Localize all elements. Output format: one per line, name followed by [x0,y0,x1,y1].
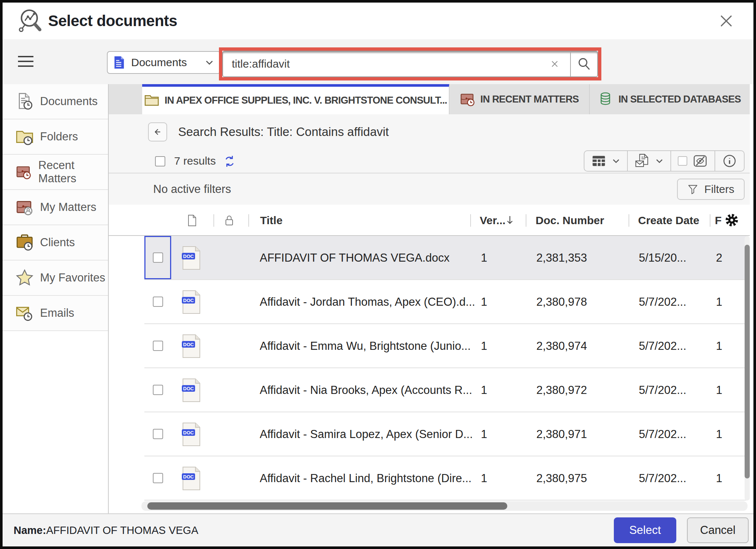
back-button[interactable] [148,122,167,141]
email-document-button[interactable] [627,151,670,171]
column-doc-number[interactable]: Doc. Number [536,205,604,236]
row-title: Affidavit - Rachel Lind, Brightstone (Di… [260,456,472,500]
row-doc-number: 2,381,353 [536,236,587,280]
row-checkbox[interactable] [153,385,163,395]
tab-in-recent-matters[interactable]: IN RECENT MATTERS [449,84,590,114]
vertical-scrollbar[interactable] [745,236,750,500]
folder-clock-icon [16,128,33,146]
horizontal-scrollbar[interactable] [141,501,748,511]
dialog-title: Select documents [48,3,177,39]
search-annotation-highlight: title:affidavit [219,47,601,80]
column-create-date[interactable]: Create Date [638,205,699,236]
table-row[interactable]: DOC Affidavit - Jordan Thomas, Apex (CEO… [144,280,748,324]
menu-hamburger-icon[interactable] [17,55,34,68]
row-checkbox[interactable] [153,473,163,483]
cancel-button[interactable]: Cancel [687,517,749,543]
search-scope-dropdown[interactable]: Documents [107,51,221,74]
preview-checkbox[interactable] [678,156,687,166]
row-title: Affidavit - Nia Brooks, Apex (Accounts R… [260,368,472,412]
table-view-icon [591,153,606,169]
sidebar-item-documents[interactable]: Documents [3,84,108,119]
row-create-date: 5/7/202... [639,368,686,412]
row-create-date: 5/15/20... [639,236,686,280]
filter-status: No active filters [153,173,231,205]
dialog-header: Select documents [3,3,753,39]
results-header: Search Results: Title: Contains affidavi… [109,114,750,149]
results-count: 7 results [174,149,216,173]
search-submit-button[interactable] [570,51,597,76]
sidebar-item-recent-matters[interactable]: Recent Matters [3,155,108,190]
preview-toggle-group[interactable] [670,151,714,171]
doc-file-icon: DOC [182,378,201,402]
selected-name: Name:AFFIDAVIT OF THOMAS VEGA [14,514,198,546]
clear-search-icon[interactable] [549,58,561,70]
filters-row: No active filters Filters [109,173,750,205]
select-documents-dialog: Select documents Documents title:affidav… [0,0,756,549]
sort-descending-icon[interactable] [505,215,515,225]
doc-file-icon: DOC [182,466,201,491]
table-row[interactable]: DOC Affidavit - Nia Brooks, Apex (Accoun… [144,368,748,412]
filters-button[interactable]: Filters [677,179,745,200]
row-create-date: 5/7/202... [639,412,686,456]
row-overflow-value: 2 [716,236,722,280]
briefcase-clock-icon [16,234,33,251]
sidebar-list: Documents Folders Recent Matters My Matt… [3,84,108,331]
star-icon [16,269,33,287]
document-blue-icon [114,56,125,69]
document-type-column-icon [187,215,198,226]
matter-clock-icon [16,163,32,181]
column-settings-gear-icon[interactable] [724,213,739,227]
sidebar-item-emails[interactable]: Emails [3,296,108,331]
tab-in-apex-office-supplies-inc-v-brightston[interactable]: IN APEX OFFICE SUPPLIES, INC. V. BRIGHTS… [142,84,449,114]
svg-text:DOC: DOC [183,342,194,347]
row-version: 1 [481,368,487,412]
back-arrow-icon [152,126,163,138]
lock-column-icon [224,215,235,226]
tab-in-selected-databases[interactable]: IN SELECTED DATABASES [590,84,749,114]
horizontal-scrollbar-thumb[interactable] [147,502,507,510]
row-title: Affidavit - Samira Lopez, Apex (Senior D… [260,412,473,456]
hide-preview-icon [692,153,708,169]
column-divider [470,214,471,227]
row-checkbox-cell [144,368,171,412]
select-button[interactable]: Select [614,517,676,543]
search-input[interactable]: title:affidavit [222,51,598,77]
column-title[interactable]: Title [260,205,282,236]
column-version[interactable]: Ver... [480,205,505,236]
row-checkbox[interactable] [153,429,163,439]
row-overflow-value: 1 [716,368,722,412]
doc-file-icon: DOC [182,334,201,358]
row-doc-number: 2,380,971 [536,412,587,456]
search-query-text: title:affidavit [232,58,549,70]
row-checkbox[interactable] [153,297,163,307]
results-toolbar-row: 7 results [109,149,750,173]
row-overflow-value: 1 [716,280,722,324]
column-overflow: F [715,205,721,236]
vertical-scrollbar-thumb[interactable] [745,245,750,478]
row-checkbox[interactable] [153,341,163,351]
table-row[interactable]: DOC Affidavit - Rachel Lind, Brightstone… [144,456,748,500]
column-divider [710,214,710,227]
table-view-button[interactable] [584,151,627,171]
search-chart-logo-icon [17,7,44,35]
close-icon[interactable] [718,13,734,29]
funnel-icon [687,184,698,195]
sidebar-item-my-favorites[interactable]: My Favorites [3,261,108,296]
refresh-icon[interactable] [223,154,237,168]
svg-text:DOC: DOC [183,430,194,435]
table-row[interactable]: DOC Affidavit - Emma Wu, Brightstone (Ju… [144,324,748,368]
select-all-checkbox[interactable] [155,156,165,166]
envelope-clock-icon [16,304,33,322]
row-version: 1 [481,412,487,456]
info-button[interactable] [714,151,744,171]
sidebar-item-folders[interactable]: Folders [3,119,108,155]
sidebar-item-my-matters[interactable]: My Matters [3,190,108,225]
sidebar-item-clients[interactable]: Clients [3,225,108,261]
row-version: 1 [481,280,487,324]
table-row[interactable]: DOC AFFIDAVIT OF THOMAS VEGA.docx 1 2,38… [144,236,748,280]
row-checkbox[interactable] [153,252,163,263]
table-row[interactable]: DOC Affidavit - Samira Lopez, Apex (Seni… [144,412,748,456]
row-overflow-value: 1 [716,324,722,368]
svg-text:DOC: DOC [183,254,194,259]
document-clock-icon [16,93,33,110]
